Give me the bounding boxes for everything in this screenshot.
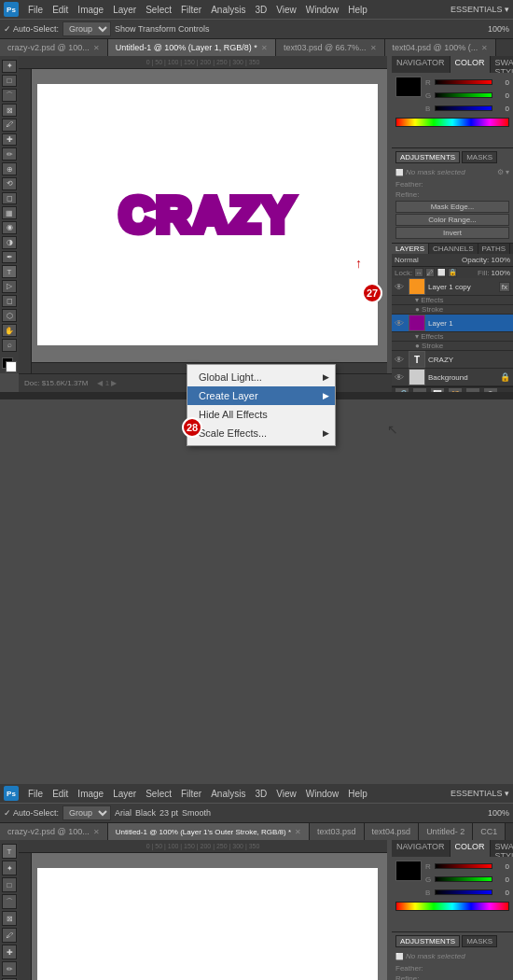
lock-all[interactable]: 🔒: [448, 268, 457, 277]
tool-dodge[interactable]: ◑: [2, 236, 17, 249]
tool-select[interactable]: □: [2, 75, 17, 88]
lock-position[interactable]: ↔: [414, 268, 423, 277]
tab-channels[interactable]: CHANNELS: [429, 244, 478, 254]
eye-icon-copy[interactable]: 👁: [395, 282, 404, 292]
bottom-tool-brush[interactable]: ✏: [2, 961, 17, 976]
tool-path[interactable]: ▷: [2, 280, 17, 293]
adj-tab-adjustments[interactable]: ADJUSTMENTS: [395, 151, 460, 163]
bottom-color-spectrum[interactable]: [395, 902, 509, 911]
bottom-auto-select[interactable]: ✓ Auto-Select:: [4, 808, 59, 818]
layer-row-1[interactable]: 👁 Layer 1: [392, 315, 513, 332]
context-hide-effects[interactable]: Hide All Effects: [187, 405, 335, 424]
tool-crop[interactable]: ⊠: [2, 104, 17, 117]
tab-untitled-1[interactable]: Untitled-1 @ 100% (Layer 1, RGB/8) * ✕: [108, 39, 276, 56]
tool-eraser[interactable]: ◻: [2, 192, 17, 205]
bottom-menu-select[interactable]: Select: [142, 789, 175, 799]
tool-heal[interactable]: ✚: [2, 133, 17, 147]
bottom-tab-crazy[interactable]: crazy-v2.psd @ 100... ✕: [0, 823, 108, 840]
tab-layers[interactable]: LAYERS: [392, 244, 429, 254]
bottom-blue-slider[interactable]: [435, 889, 492, 895]
bottom-fg-swatch[interactable]: [395, 861, 422, 881]
tool-lasso[interactable]: ⌒: [2, 89, 17, 102]
bottom-menu-filter[interactable]: Filter: [177, 789, 205, 799]
bottom-red-slider[interactable]: [435, 863, 492, 869]
bottom-menu-file[interactable]: File: [24, 789, 47, 799]
menu-analysis[interactable]: Analysis: [207, 5, 249, 15]
lock-paint[interactable]: 🖊: [425, 268, 435, 277]
bottom-tool-move[interactable]: ✦: [2, 861, 17, 875]
bottom-tool-crop[interactable]: ⊠: [2, 911, 17, 926]
tool-move[interactable]: ✦: [2, 60, 17, 73]
bottom-menu-analysis[interactable]: Analysis: [207, 789, 249, 799]
eye-icon-bg[interactable]: 👁: [395, 372, 404, 383]
foreground-swatch[interactable]: [395, 77, 422, 97]
layer-fx-copy[interactable]: fx: [499, 282, 510, 292]
tab-text04[interactable]: text04.psd @ 100% (... ✕: [385, 39, 497, 56]
context-scale-effects[interactable]: Scale Effects... ▶: [187, 424, 335, 442]
tool-pen[interactable]: ✒: [2, 251, 17, 264]
tab-close-0[interactable]: ✕: [93, 44, 100, 52]
transform-controls-check[interactable]: Show Transform Controls: [115, 24, 210, 34]
menu-3d[interactable]: 3D: [251, 5, 270, 15]
bottom-adj-tab-masks[interactable]: MASKS: [462, 935, 497, 947]
bottom-tool-lasso[interactable]: ⌒: [2, 894, 17, 909]
bottom-tab-close-0[interactable]: ✕: [93, 828, 100, 836]
invert-button[interactable]: Invert: [395, 227, 509, 239]
bottom-tab-untitled[interactable]: Untitled-1 @ 100% (Layer 1's Outer Strok…: [108, 823, 310, 840]
menu-image[interactable]: Image: [74, 5, 107, 15]
tab-close-1[interactable]: ✕: [261, 44, 268, 52]
eye-icon-1[interactable]: 👁: [395, 318, 404, 329]
bottom-tab-navigator[interactable]: NAVIGATOR: [392, 840, 451, 857]
auto-select-check[interactable]: ✓ Auto-Select:: [4, 24, 59, 34]
fill-value[interactable]: 100%: [492, 269, 510, 277]
bottom-tab-text03[interactable]: text03.psd: [310, 823, 365, 840]
tool-eyedrop[interactable]: 🖊: [2, 119, 17, 132]
bottom-tool-text[interactable]: T: [2, 844, 17, 859]
bottom-tab-untitled2[interactable]: Untitled- 2: [419, 823, 473, 840]
opacity-control[interactable]: Opacity: 100%: [462, 256, 510, 264]
bottom-menu-view[interactable]: View: [272, 789, 300, 799]
green-slider[interactable]: [435, 92, 492, 98]
tool-hand[interactable]: ✋: [2, 324, 17, 337]
bottom-auto-select-dropdown[interactable]: Group: [62, 805, 111, 820]
bottom-adj-tab-adj[interactable]: ADJUSTMENTS: [395, 935, 460, 947]
context-global-light[interactable]: Global Light... ▶: [187, 368, 335, 386]
tab-close-2[interactable]: ✕: [370, 44, 377, 52]
tool-text[interactable]: T: [2, 265, 17, 278]
lock-pixels[interactable]: ⬜: [437, 268, 446, 277]
color-range-button[interactable]: Color Range...: [395, 214, 509, 226]
bottom-tool-heal[interactable]: ✚: [2, 945, 17, 959]
eye-icon-crazy[interactable]: 👁: [395, 355, 404, 365]
menu-help[interactable]: Help: [344, 5, 371, 15]
tool-3d[interactable]: ⬡: [2, 309, 17, 322]
red-slider[interactable]: [435, 79, 492, 85]
bottom-menu-layer[interactable]: Layer: [109, 789, 140, 799]
bottom-tab-cc1[interactable]: CC1: [473, 823, 506, 840]
bottom-tab-text04[interactable]: text04.psd: [365, 823, 420, 840]
tool-blur[interactable]: ◉: [2, 221, 17, 234]
bottom-menu-edit[interactable]: Edit: [49, 789, 72, 799]
tab-swatches[interactable]: SWATCHES STYLES: [491, 56, 513, 73]
tab-navigator[interactable]: NAVIGATOR: [392, 56, 451, 73]
tab-close-3[interactable]: ✕: [481, 44, 488, 52]
tool-clone[interactable]: ⊕: [2, 162, 17, 175]
layer-row-background[interactable]: 👁 Background 🔒: [392, 369, 513, 386]
tab-crazy-v2[interactable]: crazy-v2.psd @ 100... ✕: [0, 39, 108, 56]
menu-filter[interactable]: Filter: [177, 5, 205, 15]
tool-zoom[interactable]: ⌕: [2, 339, 17, 352]
context-create-layer[interactable]: Create Layer ▶: [187, 386, 335, 405]
blue-slider[interactable]: [435, 105, 492, 111]
tool-shape[interactable]: ◻: [2, 295, 17, 308]
tool-brush[interactable]: ✏: [2, 147, 17, 161]
layer-row-copy[interactable]: 👁 Layer 1 copy fx: [392, 278, 513, 296]
tool-gradient[interactable]: ▦: [2, 206, 17, 219]
auto-select-dropdown[interactable]: GroupLayer: [62, 21, 111, 36]
menu-layer[interactable]: Layer: [109, 5, 140, 15]
tab-paths[interactable]: PATHS: [478, 244, 510, 254]
menu-select[interactable]: Select: [142, 5, 175, 15]
color-spectrum[interactable]: [395, 118, 509, 127]
menu-file[interactable]: File: [24, 5, 47, 15]
essentials-button[interactable]: ESSENTIALS ▾: [451, 5, 509, 14]
menu-edit[interactable]: Edit: [49, 5, 72, 15]
bottom-green-slider[interactable]: [435, 876, 492, 882]
